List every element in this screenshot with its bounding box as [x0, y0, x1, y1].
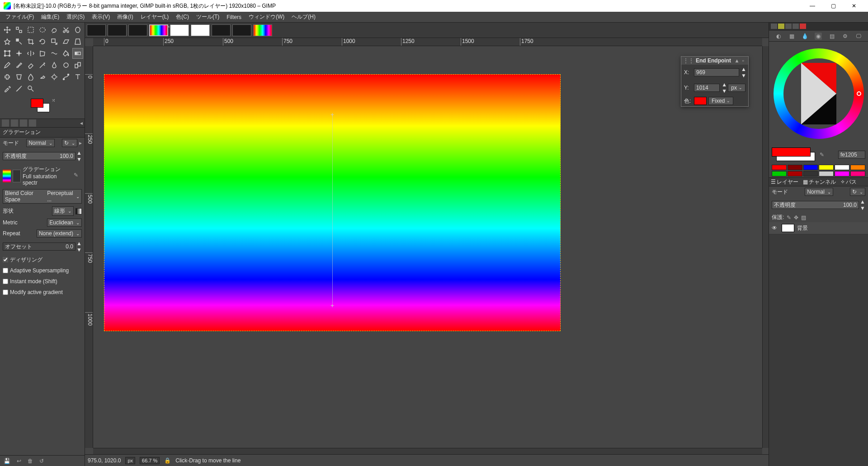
tool-perspective-clone[interactable] — [14, 71, 24, 82]
dock-tab[interactable] — [785, 24, 792, 29]
swatch[interactable] — [788, 171, 802, 176]
image-tab[interactable] — [232, 24, 251, 36]
layer-mode-reset[interactable]: ↻ — [850, 188, 865, 196]
swap-colors-icon[interactable]: ⤭ — [52, 98, 55, 103]
fgbg-large[interactable] — [772, 147, 817, 162]
color-mode-dropdown[interactable]: Fixed — [708, 97, 733, 105]
endpoint-panel[interactable]: ⋮⋮ End Endpoint ▴ ▫ X: 969 ▲▼ Y: 1014 — [681, 56, 749, 107]
y-input[interactable]: 1014 — [694, 84, 720, 92]
dock-tab[interactable] — [778, 24, 784, 29]
image-tab[interactable] — [87, 24, 106, 36]
swatch[interactable] — [819, 165, 834, 170]
tool-ellipse-select[interactable] — [37, 24, 48, 35]
tool-cage[interactable] — [37, 48, 48, 59]
tool-unified-transform[interactable] — [2, 48, 13, 59]
tool-smudge[interactable] — [37, 71, 48, 82]
tool-clone[interactable] — [72, 60, 83, 71]
grip-icon[interactable]: ⋮⋮ — [683, 57, 694, 64]
tool-fuzzy-select[interactable] — [2, 36, 13, 47]
image-tab[interactable] — [212, 24, 231, 36]
swatch[interactable] — [772, 165, 787, 170]
tool-align[interactable] — [14, 24, 24, 35]
close-button[interactable]: ✕ — [844, 0, 864, 12]
dock-tab[interactable] — [793, 24, 799, 29]
image-tab[interactable] — [253, 24, 272, 36]
swatch[interactable] — [772, 171, 787, 176]
offset-slider[interactable]: オフセット 0.0 — [3, 243, 75, 251]
panel-detach-icon[interactable]: ▴ — [734, 57, 740, 64]
ruler-vertical[interactable]: 0 250 500 750 1000 — [85, 46, 93, 448]
tool-pencil[interactable] — [2, 60, 13, 71]
menu-image[interactable]: 画像(I) — [113, 12, 137, 22]
menu-layer[interactable]: レイヤー(L) — [137, 12, 173, 22]
unit-selector[interactable]: px — [125, 457, 135, 464]
tool-crop[interactable] — [25, 36, 36, 47]
lock-alpha-icon[interactable]: ▨ — [801, 214, 806, 221]
tool-mypaint[interactable] — [61, 60, 71, 71]
tool-perspective[interactable] — [72, 36, 83, 47]
scrollbar-horizontal[interactable] — [93, 448, 762, 454]
tool-bucket[interactable] — [61, 48, 71, 59]
color-edit-icon[interactable]: ✎ — [820, 152, 824, 158]
picker-palette-icon[interactable]: ▤ — [828, 33, 835, 40]
fg-color-swatch[interactable] — [31, 99, 43, 108]
canvas[interactable] — [104, 74, 561, 331]
tool-measure[interactable] — [14, 83, 24, 94]
tool-text[interactable] — [72, 71, 83, 82]
picker-scales-icon[interactable]: ⚙ — [842, 33, 849, 40]
ruler-horizontal[interactable]: 0 250 500 750 1000 1250 1500 1750 — [93, 38, 762, 46]
tool-blur[interactable] — [25, 71, 36, 82]
swatch[interactable] — [803, 165, 818, 170]
tool-free-select[interactable] — [49, 24, 60, 35]
instant-checkbox[interactable] — [3, 279, 8, 284]
menu-edit[interactable]: 編集(E) — [38, 12, 63, 22]
tool-handle-transform[interactable] — [14, 48, 24, 59]
mode-dropdown[interactable]: Normal — [26, 139, 55, 147]
tool-move[interactable] — [2, 24, 13, 35]
scrollbar-vertical[interactable] — [762, 46, 769, 448]
tab-tool-options[interactable] — [2, 119, 9, 127]
shape-dropdown[interactable]: 線形 — [52, 206, 74, 216]
image-tab-active[interactable]: × — [149, 24, 168, 36]
modify-checkbox[interactable] — [3, 290, 8, 295]
opacity-slider[interactable]: 不透明度 100.0 — [3, 152, 75, 160]
tool-shear[interactable] — [61, 36, 71, 47]
tool-rotate[interactable] — [37, 36, 48, 47]
endpoint-color-swatch[interactable] — [694, 97, 707, 105]
menu-file[interactable]: ファイル(F) — [2, 12, 38, 22]
hue-marker[interactable] — [857, 91, 861, 96]
swatch[interactable] — [819, 171, 834, 176]
tool-scissors[interactable] — [61, 24, 71, 35]
menu-colors[interactable]: 色(C) — [172, 12, 193, 22]
image-tab[interactable] — [128, 24, 147, 36]
picker-screen-icon[interactable]: 🖵 — [855, 33, 862, 40]
adaptive-checkbox[interactable] — [3, 268, 8, 273]
tool-by-color[interactable] — [14, 36, 24, 47]
menu-view[interactable]: 表示(V) — [88, 12, 113, 22]
tool-path[interactable] — [61, 71, 71, 82]
fg-color-large[interactable] — [772, 147, 811, 157]
menu-help[interactable]: ヘルプ(H) — [288, 12, 319, 22]
delete-preset-icon[interactable]: 🗑 — [28, 458, 33, 464]
x-input[interactable]: 969 — [694, 68, 739, 76]
layer-item[interactable]: 👁 背景 — [769, 222, 868, 234]
image-tab[interactable] — [108, 24, 127, 36]
picker-cmyk-icon[interactable]: ▦ — [788, 33, 795, 40]
menu-windows[interactable]: ウィンドウ(W) — [245, 12, 288, 22]
picker-wheel-icon[interactable]: ◉ — [815, 33, 822, 40]
panel-close-icon[interactable]: ▫ — [740, 57, 746, 64]
tab-images[interactable] — [29, 119, 36, 127]
gradient-preview[interactable] — [3, 170, 11, 182]
swatch[interactable] — [835, 165, 849, 170]
y-spinner[interactable]: ▲▼ — [722, 81, 726, 94]
swatch[interactable] — [788, 165, 802, 170]
tab-layers[interactable]: ☰レイヤー — [771, 178, 798, 186]
tool-heal[interactable] — [2, 71, 13, 82]
tab-channels[interactable]: ▦チャンネル — [803, 178, 836, 186]
picker-gimp-icon[interactable]: ◐ — [775, 33, 782, 40]
tool-zoom[interactable] — [25, 83, 36, 94]
lock-pixels-icon[interactable]: ✎ — [787, 214, 791, 221]
gradient-handle-line[interactable] — [332, 115, 333, 304]
dock-menu-icon[interactable]: ◂ — [80, 120, 83, 126]
hex-input[interactable] — [838, 151, 865, 159]
